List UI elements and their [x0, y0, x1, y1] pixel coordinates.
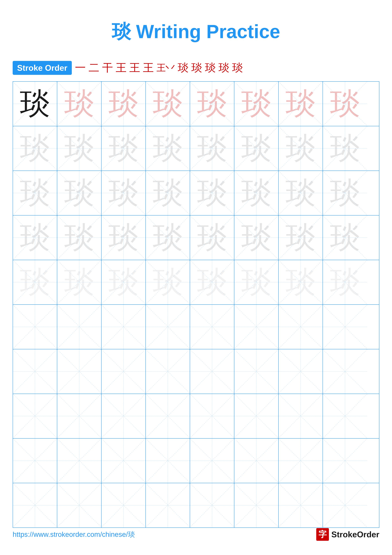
grid-cell-7-4[interactable] — [146, 349, 190, 394]
grid-cell-9-1[interactable] — [13, 438, 57, 483]
grid-cell-8-4[interactable] — [146, 394, 190, 438]
grid-cell-7-3[interactable] — [101, 349, 146, 394]
stroke-step-7: 王丷 — [157, 62, 175, 74]
grid-cell-6-5[interactable] — [190, 305, 234, 349]
grid-cell-1-8[interactable]: 琰 — [323, 82, 367, 126]
grid-cell-2-6[interactable]: 琰 — [234, 126, 279, 171]
grid-cell-4-2[interactable]: 琰 — [57, 215, 101, 260]
char-guide: 琰 — [241, 89, 271, 119]
grid-cell-5-4[interactable]: 琰 — [146, 260, 190, 304]
char-guide: 琰 — [197, 89, 227, 119]
grid-cell-6-7[interactable] — [279, 305, 323, 349]
grid-cell-2-1[interactable]: 琰 — [13, 126, 57, 171]
grid-cell-1-4[interactable]: 琰 — [146, 82, 190, 126]
grid-cell-1-6[interactable]: 琰 — [234, 82, 279, 126]
grid-row-2: 琰 琰 琰 琰 — [13, 126, 379, 171]
grid-cell-2-8[interactable]: 琰 — [323, 126, 367, 171]
grid-cell-3-1[interactable]: 琰 — [13, 171, 57, 215]
grid-cell-4-5[interactable]: 琰 — [190, 215, 234, 260]
stroke-step-6: 王 — [143, 61, 154, 75]
grid-cell-10-6[interactable] — [234, 483, 279, 527]
grid-cell-10-2[interactable] — [57, 483, 101, 527]
grid-cell-2-5[interactable]: 琰 — [190, 126, 234, 171]
grid-cell-8-5[interactable] — [190, 394, 234, 438]
grid-cell-4-8[interactable]: 琰 — [323, 215, 367, 260]
grid-cell-9-5[interactable] — [190, 438, 234, 483]
grid-cell-6-2[interactable] — [57, 305, 101, 349]
grid-cell-5-5[interactable]: 琰 — [190, 260, 234, 304]
grid-cell-4-3[interactable]: 琰 — [101, 215, 146, 260]
grid-cell-8-6[interactable] — [234, 394, 279, 438]
stroke-step-9: 琰 — [191, 61, 202, 75]
grid-cell-2-2[interactable]: 琰 — [57, 126, 101, 171]
grid-cell-6-8[interactable] — [323, 305, 367, 349]
grid-cell-9-4[interactable] — [146, 438, 190, 483]
grid-cell-1-5[interactable]: 琰 — [190, 82, 234, 126]
grid-cell-9-2[interactable] — [57, 438, 101, 483]
grid-cell-4-7[interactable]: 琰 — [279, 215, 323, 260]
grid-cell-5-7[interactable]: 琰 — [279, 260, 323, 304]
grid-cell-1-3[interactable]: 琰 — [101, 82, 146, 126]
grid-cell-2-4[interactable]: 琰 — [146, 126, 190, 171]
grid-cell-5-8[interactable]: 琰 — [323, 260, 367, 304]
grid-cell-7-8[interactable] — [323, 349, 367, 394]
char-guide: 琰 — [153, 89, 183, 119]
grid-cell-8-8[interactable] — [323, 394, 367, 438]
grid-cell-3-5[interactable]: 琰 — [190, 171, 234, 215]
grid-cell-3-4[interactable]: 琰 — [146, 171, 190, 215]
grid-cell-8-2[interactable] — [57, 394, 101, 438]
grid-cell-3-3[interactable]: 琰 — [101, 171, 146, 215]
grid-cell-9-3[interactable] — [101, 438, 146, 483]
grid-cell-3-8[interactable]: 琰 — [323, 171, 367, 215]
char-faint: 琰 — [64, 133, 94, 163]
grid-row-8 — [13, 394, 379, 438]
grid-cell-5-2[interactable]: 琰 — [57, 260, 101, 304]
grid-cell-9-6[interactable] — [234, 438, 279, 483]
grid-cell-6-4[interactable] — [146, 305, 190, 349]
grid-cell-2-3[interactable]: 琰 — [101, 126, 146, 171]
grid-cell-7-5[interactable] — [190, 349, 234, 394]
grid-cell-4-6[interactable]: 琰 — [234, 215, 279, 260]
grid-cell-3-2[interactable]: 琰 — [57, 171, 101, 215]
grid-cell-5-6[interactable]: 琰 — [234, 260, 279, 304]
grid-cell-8-1[interactable] — [13, 394, 57, 438]
stroke-step-4: 王 — [116, 61, 127, 75]
stroke-order-chars: 一 二 干 王 王 王 王丷 琰 琰 琰 琰 琰 — [75, 61, 243, 75]
grid-cell-9-7[interactable] — [279, 438, 323, 483]
practice-grid: 琰 琰 琰 琰 — [13, 81, 379, 528]
grid-cell-6-1[interactable] — [13, 305, 57, 349]
grid-cell-6-3[interactable] — [101, 305, 146, 349]
grid-cell-7-6[interactable] — [234, 349, 279, 394]
grid-row-6 — [13, 305, 379, 349]
grid-cell-9-8[interactable] — [323, 438, 367, 483]
grid-cell-4-1[interactable]: 琰 — [13, 215, 57, 260]
grid-cell-7-2[interactable] — [57, 349, 101, 394]
grid-cell-10-1[interactable] — [13, 483, 57, 527]
grid-cell-5-1[interactable]: 琰 — [13, 260, 57, 304]
grid-cell-1-2[interactable]: 琰 — [57, 82, 101, 126]
grid-cell-7-7[interactable] — [279, 349, 323, 394]
stroke-step-11: 琰 — [219, 61, 229, 75]
grid-cell-4-4[interactable]: 琰 — [146, 215, 190, 260]
grid-cell-6-6[interactable] — [234, 305, 279, 349]
grid-cell-10-4[interactable] — [146, 483, 190, 527]
grid-cell-3-7[interactable]: 琰 — [279, 171, 323, 215]
grid-cell-1-1[interactable]: 琰 — [13, 82, 57, 126]
footer-url[interactable]: https://www.strokeorder.com/chinese/琰 — [13, 530, 135, 539]
grid-cell-3-6[interactable]: 琰 — [234, 171, 279, 215]
char-faint: 琰 — [241, 133, 271, 163]
grid-row-4: 琰 琰 琰 琰 — [13, 215, 379, 260]
grid-cell-8-7[interactable] — [279, 394, 323, 438]
grid-cell-1-7[interactable]: 琰 — [279, 82, 323, 126]
grid-cell-10-3[interactable] — [101, 483, 146, 527]
grid-cell-10-7[interactable] — [279, 483, 323, 527]
grid-cell-5-3[interactable]: 琰 — [101, 260, 146, 304]
grid-cell-10-5[interactable] — [190, 483, 234, 527]
char-faint: 琰 — [20, 133, 50, 163]
grid-cell-2-7[interactable]: 琰 — [279, 126, 323, 171]
char-faint: 琰 — [197, 133, 227, 163]
char-faint: 琰 — [153, 133, 183, 163]
grid-cell-8-3[interactable] — [101, 394, 146, 438]
grid-cell-7-1[interactable] — [13, 349, 57, 394]
grid-cell-10-8[interactable] — [323, 483, 367, 527]
